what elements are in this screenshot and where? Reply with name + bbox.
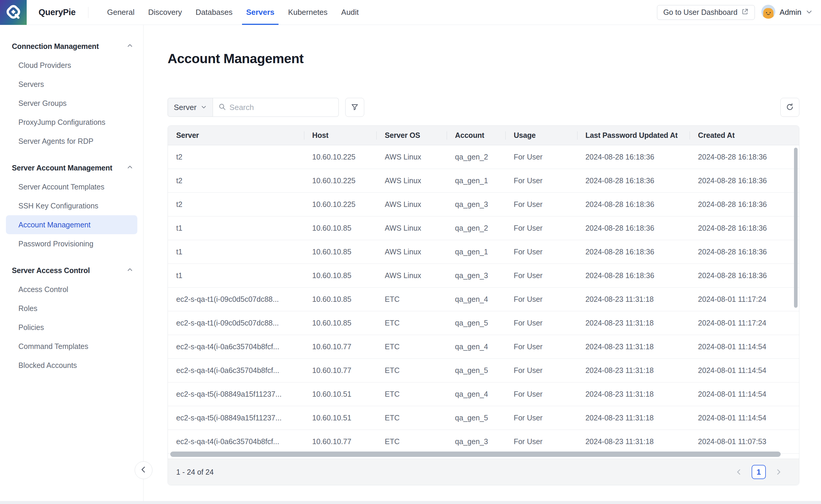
sidebar-section-connection-management: Connection ManagementCloud ProvidersServ… xyxy=(0,37,143,151)
cell-usage: For User xyxy=(506,264,577,287)
sidebar: Connection ManagementCloud ProvidersServ… xyxy=(0,25,143,501)
tab-discovery[interactable]: Discovery xyxy=(144,0,186,25)
querypie-logo[interactable] xyxy=(0,0,27,25)
column-header-account: Account xyxy=(447,126,506,145)
cell-server: ec2-s-qa-t5(i-08849a15f11237... xyxy=(168,382,304,406)
table-row[interactable]: t210.60.10.225AWS Linuxqa_gen_3For User2… xyxy=(168,193,799,216)
pagination-prev-icon[interactable] xyxy=(735,468,743,476)
horizontal-scrollbar-thumb[interactable] xyxy=(170,452,781,457)
toolbar: Server xyxy=(168,98,799,117)
cell-host: 10.60.10.77 xyxy=(304,359,377,382)
filter-button[interactable] xyxy=(345,98,364,117)
table-row[interactable]: t210.60.10.225AWS Linuxqa_gen_1For User2… xyxy=(168,169,799,193)
table-row[interactable]: ec2-s-qa-t5(i-08849a15f11237...10.60.10.… xyxy=(168,406,799,430)
tab-servers[interactable]: Servers xyxy=(242,0,278,25)
cell-host: 10.60.10.225 xyxy=(304,193,377,216)
column-header-usage: Usage xyxy=(506,126,577,145)
sidebar-section-header-connection-management[interactable]: Connection Management xyxy=(0,37,143,56)
table-row[interactable]: t110.60.10.85AWS Linuxqa_gen_1For User20… xyxy=(168,240,799,264)
sidebar-item-blocked-accounts[interactable]: Blocked Accounts xyxy=(6,356,137,375)
cell-server: t2 xyxy=(168,145,304,169)
header-right: Go to User Dashboard xyxy=(657,5,821,20)
sidebar-section-header-server-account-management[interactable]: Server Account Management xyxy=(0,158,143,177)
cell-server: t1 xyxy=(168,264,304,287)
table-row[interactable]: t110.60.10.85AWS Linuxqa_gen_3For User20… xyxy=(168,264,799,288)
search-field-select[interactable]: Server xyxy=(168,98,213,117)
cell-created-at: 2024-08-28 16:18:36 xyxy=(690,145,799,169)
chevron-up-icon xyxy=(127,164,133,172)
sidebar-item-password-provisioning[interactable]: Password Provisioning xyxy=(6,234,137,253)
cell-account: qa_gen_1 xyxy=(447,169,506,192)
sidebar-item-proxyjump-configurations[interactable]: ProxyJump Configurations xyxy=(6,113,137,132)
cell-server-os: AWS Linux xyxy=(376,169,447,192)
search-input[interactable] xyxy=(229,103,327,112)
cell-usage: For User xyxy=(506,240,577,264)
sidebar-item-ssh-key-configurations[interactable]: SSH Key Configurations xyxy=(6,196,137,215)
bottom-strip xyxy=(0,501,821,504)
sidebar-item-server-account-templates[interactable]: Server Account Templates xyxy=(6,177,137,196)
cell-usage: For User xyxy=(506,430,577,453)
sidebar-item-server-agents-for-rdp[interactable]: Server Agents for RDP xyxy=(6,132,137,151)
cell-host: 10.60.10.77 xyxy=(304,335,377,358)
column-header-last-password-updated-at: Last Password Updated At xyxy=(577,126,690,145)
tab-databases[interactable]: Databases xyxy=(192,0,237,25)
table-row[interactable]: ec2-s-qa-t5(i-08849a15f11237...10.60.10.… xyxy=(168,382,799,406)
cell-host: 10.60.10.77 xyxy=(304,430,377,453)
cell-account: qa_gen_5 xyxy=(447,359,506,382)
sidebar-section-header-server-access-control[interactable]: Server Access Control xyxy=(0,261,143,280)
sidebar-item-access-control[interactable]: Access Control xyxy=(6,280,137,299)
sidebar-section-server-access-control: Server Access ControlAccess ControlRoles… xyxy=(0,261,143,375)
cell-account: qa_gen_3 xyxy=(447,264,506,287)
cell-created-at: 2024-08-28 16:18:36 xyxy=(690,216,799,240)
sidebar-item-account-management[interactable]: Account Management xyxy=(6,215,137,234)
avatar xyxy=(761,5,775,20)
sidebar-item-command-templates[interactable]: Command Templates xyxy=(6,337,137,356)
vertical-scrollbar-thumb[interactable] xyxy=(794,148,798,308)
refresh-button[interactable] xyxy=(780,98,799,117)
cell-server: t2 xyxy=(168,169,304,192)
filter-funnel-icon xyxy=(350,103,359,112)
cell-server: ec2-s-qa-t4(i-0a6c35704b8fcf... xyxy=(168,359,304,382)
tab-kubernetes[interactable]: Kubernetes xyxy=(284,0,331,25)
table-body: t210.60.10.225AWS Linuxqa_gen_2For User2… xyxy=(168,145,799,454)
sidebar-item-roles[interactable]: Roles xyxy=(6,299,137,318)
table-row[interactable]: ec2-s-qa-t1(i-09c0d5c07dc88...10.60.10.8… xyxy=(168,311,799,335)
cell-server-os: ETC xyxy=(376,311,447,335)
column-header-host: Host xyxy=(304,126,377,145)
cell-created-at: 2024-08-01 11:14:54 xyxy=(690,382,799,406)
table-row[interactable]: ec2-s-qa-t1(i-09c0d5c07dc88...10.60.10.8… xyxy=(168,288,799,311)
sidebar-collapse-button[interactable] xyxy=(135,461,152,479)
user-menu[interactable]: Admin xyxy=(761,5,813,20)
cell-host: 10.60.10.85 xyxy=(304,216,377,240)
cell-server-os: ETC xyxy=(376,335,447,358)
pagination-next-icon[interactable] xyxy=(775,468,782,476)
column-header-created-at: Created At xyxy=(690,126,799,145)
go-to-user-dashboard-button[interactable]: Go to User Dashboard xyxy=(657,5,755,20)
cell-usage: For User xyxy=(506,169,577,192)
tab-audit[interactable]: Audit xyxy=(337,0,363,25)
column-header-server: Server xyxy=(168,126,304,145)
sidebar-item-servers[interactable]: Servers xyxy=(6,75,137,94)
cell-last-password-updated-at: 2024-08-28 16:18:36 xyxy=(577,145,690,169)
table-row[interactable]: ec2-s-qa-t4(i-0a6c35704b8fcf...10.60.10.… xyxy=(168,359,799,382)
table-row[interactable]: t110.60.10.85AWS Linuxqa_gen_2For User20… xyxy=(168,216,799,240)
chevron-up-icon xyxy=(127,42,133,50)
cell-last-password-updated-at: 2024-08-28 16:18:36 xyxy=(577,264,690,287)
tab-general[interactable]: General xyxy=(103,0,139,25)
brand-title: QueryPie xyxy=(39,7,76,17)
search-box xyxy=(213,98,339,117)
cell-created-at: 2024-08-01 11:17:24 xyxy=(690,288,799,311)
cell-usage: For User xyxy=(506,311,577,335)
table-row[interactable]: ec2-s-qa-t4(i-0a6c35704b8fcf...10.60.10.… xyxy=(168,335,799,359)
cell-host: 10.60.10.85 xyxy=(304,240,377,264)
cell-account: qa_gen_4 xyxy=(447,382,506,406)
top-header: QueryPie GeneralDiscoveryDatabasesServer… xyxy=(0,0,821,25)
sidebar-item-cloud-providers[interactable]: Cloud Providers xyxy=(6,56,137,75)
sidebar-item-policies[interactable]: Policies xyxy=(6,318,137,337)
cell-usage: For User xyxy=(506,406,577,430)
cell-host: 10.60.10.85 xyxy=(304,311,377,335)
table-row[interactable]: t210.60.10.225AWS Linuxqa_gen_2For User2… xyxy=(168,145,799,169)
pagination-page-1[interactable]: 1 xyxy=(752,465,766,479)
sidebar-item-server-groups[interactable]: Server Groups xyxy=(6,94,137,113)
table-row[interactable]: ec2-s-qa-t4(i-0a6c35704b8fcf...10.60.10.… xyxy=(168,430,799,454)
